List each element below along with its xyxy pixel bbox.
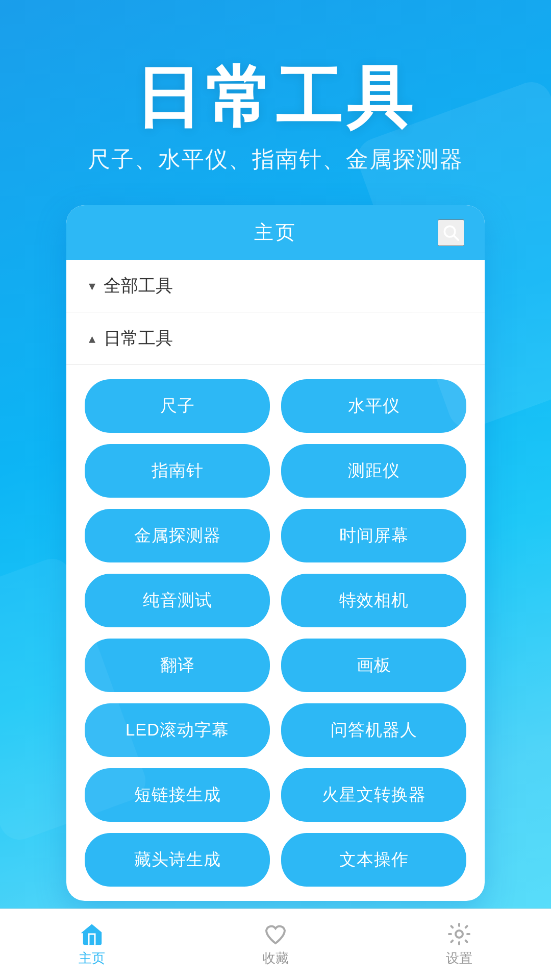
nav-home-label: 主页 xyxy=(79,949,105,967)
section-all-tools[interactable]: ▾ 全部工具 xyxy=(66,260,485,312)
tool-level[interactable]: 水平仪 xyxy=(281,379,466,433)
all-tools-label: 全部工具 xyxy=(104,274,173,298)
search-icon xyxy=(441,223,461,242)
tool-mars-text[interactable]: 火星文转换器 xyxy=(281,768,466,822)
tool-rangefinder[interactable]: 测距仪 xyxy=(281,444,466,498)
tool-acrostic[interactable]: 藏头诗生成 xyxy=(85,833,270,887)
daily-tools-label: 日常工具 xyxy=(104,327,173,350)
section-daily-tools[interactable]: ▴ 日常工具 xyxy=(66,312,485,365)
tool-time-screen[interactable]: 时间屏幕 xyxy=(281,509,466,562)
main-card: 主页 ▾ 全部工具 ▴ 日常工具 尺子 水平仪 指南针 测距仪 金属探测器 xyxy=(66,205,485,901)
svg-line-1 xyxy=(454,235,459,240)
nav-settings[interactable]: 设置 xyxy=(367,922,551,967)
card-header-title: 主页 xyxy=(254,219,297,246)
nav-home[interactable]: 主页 xyxy=(0,922,184,967)
tool-qa-robot[interactable]: 问答机器人 xyxy=(281,703,466,757)
search-button[interactable] xyxy=(438,219,464,246)
nav-favorites[interactable]: 收藏 xyxy=(184,922,367,967)
nav-favorites-label: 收藏 xyxy=(262,949,289,967)
chevron-down-icon: ▾ xyxy=(89,278,95,294)
tool-compass[interactable]: 指南针 xyxy=(85,444,270,498)
hero-subtitle: 尺子、水平仪、指南针、金属探测器 xyxy=(88,144,463,175)
tool-short-link[interactable]: 短链接生成 xyxy=(85,768,270,822)
chevron-up-icon: ▴ xyxy=(89,331,95,347)
hero-title: 日常工具 xyxy=(135,61,416,134)
tools-grid: 尺子 水平仪 指南针 测距仪 金属探测器 时间屏幕 纯音测试 特效相机 翻译 画… xyxy=(66,365,485,901)
tool-effect-camera[interactable]: 特效相机 xyxy=(281,574,466,627)
nav-settings-label: 设置 xyxy=(446,949,472,967)
tool-tone-test[interactable]: 纯音测试 xyxy=(85,574,270,627)
heart-icon xyxy=(263,922,288,946)
home-icon xyxy=(80,922,104,946)
tool-canvas[interactable]: 画板 xyxy=(281,639,466,692)
card-header: 主页 xyxy=(66,205,485,260)
tool-metal-detector[interactable]: 金属探测器 xyxy=(85,509,270,562)
tool-led-scroll[interactable]: LED滚动字幕 xyxy=(85,703,270,757)
tool-text-ops[interactable]: 文本操作 xyxy=(281,833,466,887)
hero-section: 日常工具 尺子、水平仪、指南针、金属探测器 xyxy=(0,0,551,205)
settings-icon xyxy=(447,922,471,946)
tool-ruler[interactable]: 尺子 xyxy=(85,379,270,433)
svg-point-2 xyxy=(456,930,463,938)
tool-translate[interactable]: 翻译 xyxy=(85,639,270,692)
bottom-nav: 主页 收藏 设置 xyxy=(0,909,551,980)
